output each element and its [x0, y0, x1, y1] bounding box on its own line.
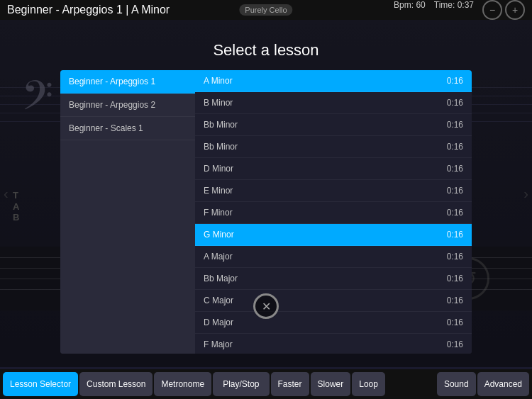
lesson-group-item[interactable]: Beginner - Arpeggios 1 [60, 70, 195, 94]
lesson-name: C Major [204, 296, 233, 305]
list-item[interactable]: Bb Major 0:16 [195, 268, 472, 290]
lesson-name: F Major [204, 339, 233, 349]
list-item[interactable]: D Minor 0:16 [195, 158, 472, 180]
top-bar: Beginner - Arpeggios 1 | A Minor Purely … [0, 0, 532, 20]
lesson-name: B Minor [204, 98, 233, 108]
list-item[interactable]: Bb Minor 0:16 [195, 114, 472, 136]
lesson-group-item[interactable]: Beginner - Scales 1 [60, 117, 195, 140]
metronome-button[interactable]: Metronome [154, 372, 211, 396]
bpm-display: Bpm: 60 [394, 0, 426, 20]
lesson-time: 0:16 [447, 208, 463, 218]
lesson-time: 0:16 [447, 186, 463, 196]
lesson-name: A Major [204, 252, 233, 262]
slower-button[interactable]: Slower [311, 372, 351, 396]
lesson-name: A Minor [204, 76, 233, 86]
lesson-group-item[interactable]: Beginner - Arpeggios 2 [60, 94, 195, 117]
list-item[interactable]: F Minor 0:16 [195, 202, 472, 224]
lesson-name: Bb Minor [204, 120, 238, 130]
list-item[interactable]: D Major 0:16 [195, 312, 472, 334]
list-item[interactable]: G Minor 0:16 [195, 224, 472, 246]
list-item[interactable]: B Minor 0:16 [195, 92, 472, 114]
lesson-time: 0:16 [447, 76, 463, 86]
loop-button[interactable]: Loop [352, 372, 385, 396]
lesson-time: 0:16 [447, 120, 463, 130]
sound-button[interactable]: Sound [437, 372, 476, 396]
close-icon[interactable] [253, 293, 279, 319]
lesson-name: G Minor [204, 230, 234, 240]
lesson-name: D Major [204, 317, 233, 327]
advanced-button[interactable]: Advanced [477, 372, 529, 396]
lesson-name: D Minor [204, 164, 233, 174]
lesson-name: Bb Major [204, 274, 238, 283]
lesson-time: 0:16 [447, 274, 463, 283]
lesson-selector-button[interactable]: Lesson Selector [3, 372, 78, 396]
time-display: Time: 0:37 [434, 0, 474, 20]
bottom-toolbar: Lesson Selector Custom Lesson Metronome … [0, 369, 532, 399]
faster-button[interactable]: Faster [271, 372, 309, 396]
list-item[interactable]: C Major 0:16 [195, 290, 472, 312]
lesson-time: 0:16 [447, 252, 463, 262]
lesson-time: 0:16 [447, 296, 463, 305]
lesson-time: 0:16 [447, 164, 463, 174]
lesson-groups-list: Beginner - Arpeggios 1 Beginner - Arpegg… [60, 70, 195, 354]
lesson-time: 0:16 [447, 142, 463, 152]
music-area: 𝄢 4 4 TAB 1st Position ↺ ‹ › Select a le… [0, 20, 532, 367]
lesson-time: 0:16 [447, 98, 463, 108]
lesson-time: 0:16 [447, 339, 463, 349]
top-bar-right: Bpm: 60 Time: 0:37 − + [394, 0, 525, 20]
play-stop-button[interactable]: Play/Stop [213, 372, 269, 396]
custom-lesson-button[interactable]: Custom Lesson [79, 372, 153, 396]
title-text: Beginner - Arpeggios 1 | A Minor [7, 4, 170, 16]
list-item[interactable]: E Minor 0:16 [195, 180, 472, 202]
list-item[interactable]: F Major 0:16 [195, 334, 472, 354]
zoom-out-icon[interactable]: − [482, 0, 502, 20]
brand-label: Purely Cello [239, 4, 292, 16]
lesson-time: 0:16 [447, 230, 463, 240]
lesson-name: E Minor [204, 186, 233, 196]
lesson-items-list: A Minor 0:16 B Minor 0:16 Bb Minor 0:16 … [195, 70, 472, 354]
list-item[interactable]: Bb Minor 0:16 [195, 136, 472, 158]
lesson-name: Bb Minor [204, 142, 238, 152]
modal-title: Select a lesson [213, 41, 318, 60]
list-item[interactable]: A Major 0:16 [195, 246, 472, 268]
zoom-in-icon[interactable]: + [505, 0, 525, 20]
lesson-name: F Minor [204, 208, 233, 218]
lesson-time: 0:16 [447, 317, 463, 327]
close-modal-button[interactable] [253, 293, 279, 319]
list-item[interactable]: A Minor 0:16 [195, 70, 472, 92]
zoom-controls: − + [482, 0, 525, 20]
